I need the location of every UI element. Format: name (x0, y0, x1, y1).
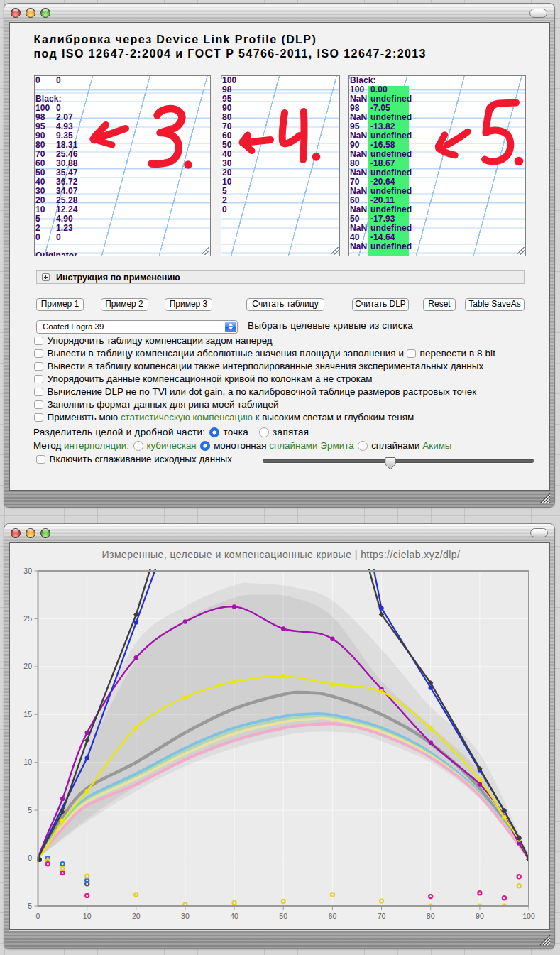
svg-text:100: 100 (522, 912, 535, 920)
svg-text:70: 70 (378, 912, 386, 920)
svg-text:15: 15 (23, 709, 32, 718)
svg-text:50: 50 (279, 912, 287, 920)
svg-text:-5: -5 (26, 901, 32, 910)
svg-text:40: 40 (230, 912, 238, 920)
svg-text:10: 10 (23, 758, 32, 766)
svg-text:0: 0 (28, 853, 32, 862)
svg-text:25: 25 (23, 613, 32, 622)
svg-text:20: 20 (132, 912, 141, 920)
svg-text:0: 0 (36, 912, 40, 920)
svg-text:80: 80 (427, 912, 435, 920)
svg-text:90: 90 (476, 912, 484, 920)
svg-text:10: 10 (83, 912, 92, 920)
svg-text:60: 60 (329, 912, 337, 920)
svg-text:Измеренные, целевые и компенса: Измеренные, целевые и компенсационные кр… (102, 548, 461, 560)
svg-text:30: 30 (23, 566, 32, 574)
svg-text:20: 20 (23, 662, 32, 670)
svg-text:5: 5 (28, 805, 32, 814)
svg-text:30: 30 (181, 912, 190, 920)
